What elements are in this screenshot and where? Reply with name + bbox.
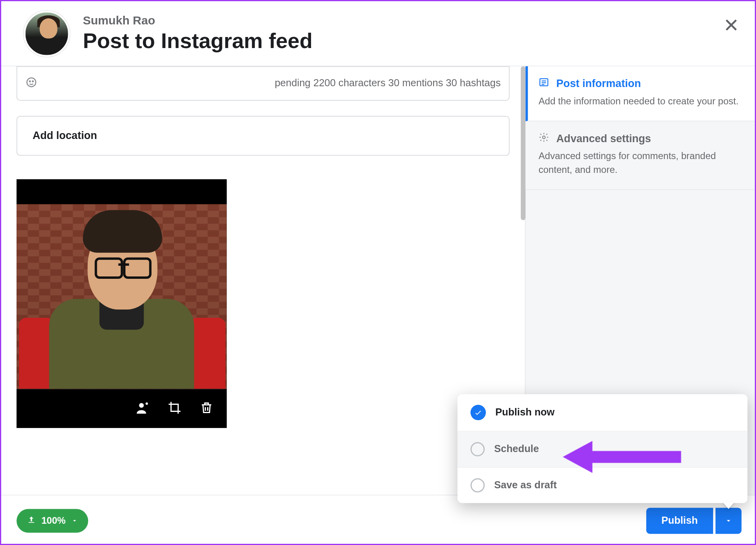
radio-empty-icon [471,478,485,492]
page-title: Post to Instagram feed [83,28,739,53]
tag-people-icon[interactable] [135,400,150,417]
option-label-schedule: Schedule [494,443,539,455]
option-label-publish-now: Publish now [495,407,554,419]
gear-icon [539,132,549,145]
trash-icon[interactable] [200,400,214,417]
caret-down-icon [725,517,732,524]
caret-down-icon [72,515,78,526]
modal-header: Sumukh Rao Post to Instagram feed ✕ [1,1,756,66]
radio-empty-icon [471,442,485,456]
upload-icon [27,515,35,526]
option-publish-now[interactable]: Publish now [458,394,747,432]
svg-point-6 [543,136,545,139]
sidebar-item-advanced-settings[interactable]: Advanced settings Advanced settings for … [526,122,756,190]
avatar [24,10,70,56]
media-preview [17,179,227,428]
publish-options-button[interactable] [715,508,741,534]
publish-button[interactable]: Publish [646,508,713,534]
svg-point-2 [32,80,33,82]
header-user-name: Sumukh Rao [83,14,739,28]
svg-point-3 [139,403,144,408]
sidebar-desc-post-info: Add the information needed to create you… [539,95,744,108]
caption-counter: pending 2200 characters 30 mentions 30 h… [275,78,501,89]
sidebar-desc-advanced: Advanced settings for comments, branded … [539,150,744,176]
main-column: pending 2200 characters 30 mentions 30 h… [1,66,525,495]
svg-point-0 [27,78,36,87]
add-location-row[interactable]: Add location [17,116,510,156]
svg-point-1 [30,80,31,82]
emoji-icon[interactable] [26,76,37,91]
publish-options-popover: Publish now Schedule Save as draft [458,394,747,503]
option-label-save-draft: Save as draft [494,479,557,491]
option-schedule[interactable]: Schedule [458,432,747,468]
upload-progress-pill[interactable]: 100% [17,509,88,532]
footer: 100% Publish Publish now Schedule [1,495,756,545]
sidebar-title-advanced: Advanced settings [556,133,651,145]
upload-percent: 100% [41,515,66,526]
list-icon [539,77,549,90]
sidebar-item-post-information[interactable]: Post information Add the information nee… [526,66,756,121]
svg-point-4 [146,402,148,404]
caption-footer: pending 2200 characters 30 mentions 30 h… [17,66,510,100]
sidebar-title-post-info: Post information [556,77,641,90]
radio-selected-icon [471,405,486,420]
media-image [17,204,227,389]
scrollbar-thumb[interactable] [521,66,526,220]
crop-icon[interactable] [167,400,182,417]
option-save-draft[interactable]: Save as draft [458,467,747,503]
svg-rect-7 [29,522,34,523]
add-location-label: Add location [17,130,113,142]
popover-tail [723,502,734,509]
close-icon[interactable]: ✕ [723,14,739,37]
